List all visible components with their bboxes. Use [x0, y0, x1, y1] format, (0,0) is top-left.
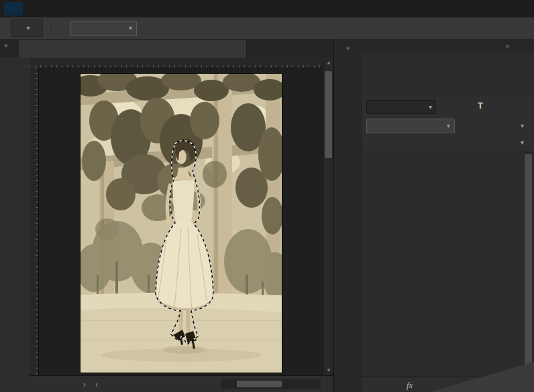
panel-group-area: » ▾ T ▾ ▾	[362, 39, 534, 392]
tool-preset-picker[interactable]: ▾	[11, 19, 43, 37]
blend-mode-dropdown[interactable]: ▾	[366, 119, 455, 133]
layer-effects-icon[interactable]: fx	[407, 380, 413, 391]
vertical-scroll-thumb[interactable]	[325, 71, 332, 158]
scroll-up-icon[interactable]: ▲	[323, 60, 334, 66]
chevron-down-icon[interactable]: ▾	[521, 123, 524, 129]
panel-icon-dock: «	[333, 39, 364, 392]
layers-list	[362, 151, 534, 377]
chevron-down-icon[interactable]: ▾	[521, 139, 524, 146]
layers-scrollbar[interactable]	[524, 151, 533, 377]
chevron-down-icon: ▾	[429, 104, 432, 111]
filter-type-layers-icon[interactable]: T	[478, 101, 483, 111]
layers-scroll-thumb[interactable]	[525, 154, 532, 367]
panel-collapse-icon[interactable]: »	[505, 42, 509, 50]
separator	[51, 21, 52, 35]
toolbar-expand-icon[interactable]: »	[4, 42, 7, 49]
vertical-ruler	[30, 68, 39, 375]
tool-options-bar: ▾ ▾	[0, 17, 534, 40]
document-canvas-image[interactable]	[81, 74, 282, 373]
status-popup-icon[interactable]: ›	[83, 380, 86, 389]
status-popup-icon[interactable]: ‹	[95, 380, 98, 389]
chevron-down-icon: ▾	[26, 25, 30, 31]
status-bar: › ‹	[30, 375, 333, 392]
horizontal-scroll-thumb[interactable]	[237, 381, 282, 387]
vertical-scrollbar[interactable]: ▲ ▼	[323, 58, 334, 375]
chevron-down-icon: ▾	[447, 123, 450, 129]
scroll-down-icon[interactable]: ▼	[323, 367, 334, 373]
layers-panel-controls: ▾ T ▾ ▾ ▾	[362, 96, 534, 152]
dock-expand-icon[interactable]: «	[346, 44, 350, 52]
document-tab[interactable]	[19, 40, 247, 58]
layer-filter-dropdown[interactable]: ▾	[366, 100, 436, 114]
menu-bar	[0, 0, 534, 17]
photoshop-window: ▾ ▾ »	[0, 0, 534, 392]
document-tab-bar: »	[0, 39, 333, 58]
app-logo	[4, 2, 23, 15]
horizontal-ruler	[30, 58, 323, 68]
sample-size-dropdown[interactable]: ▾	[70, 21, 137, 36]
panel-header-strip: »	[362, 39, 534, 52]
tools-panel	[0, 58, 30, 392]
chevron-down-icon: ▾	[129, 25, 132, 31]
horizontal-scrollbar[interactable]	[221, 379, 321, 389]
